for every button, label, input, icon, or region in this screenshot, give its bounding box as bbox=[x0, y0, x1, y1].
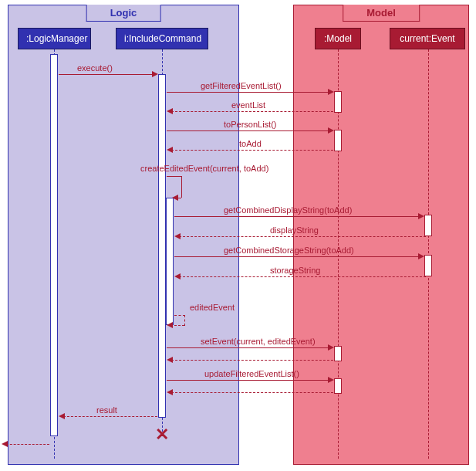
arrow-getdisplay bbox=[174, 216, 421, 217]
msg-getdisplay: getCombinedDisplayString(toAdd) bbox=[224, 205, 352, 215]
activation-lm bbox=[50, 54, 58, 436]
activation-ic bbox=[158, 74, 166, 418]
arrowhead-eventlist bbox=[167, 108, 173, 114]
arrowhead-getdisplay bbox=[418, 213, 424, 219]
msg-editedevent: editedEvent bbox=[190, 303, 235, 312]
msg-getfiltered: getFilteredEventList() bbox=[201, 81, 282, 90]
msg-topersonlist: toPersonList() bbox=[224, 120, 276, 129]
arrow-execute bbox=[59, 74, 153, 75]
selfret-side bbox=[184, 315, 185, 326]
arrowhead-displaystring bbox=[174, 233, 181, 239]
arrow-setevent bbox=[167, 347, 329, 348]
arrow-getstorage bbox=[174, 256, 421, 257]
activation-md-3 bbox=[334, 346, 342, 361]
arrow-displaystring bbox=[179, 236, 426, 237]
destroy-icon: ✕ bbox=[155, 425, 169, 445]
participant-logic-manager: :LogicManager bbox=[18, 28, 91, 49]
activation-md-2 bbox=[334, 130, 342, 151]
group-logic-label: Logic bbox=[86, 5, 161, 22]
arrow-updatefiltered bbox=[167, 380, 329, 381]
selfret-arrowhead bbox=[167, 322, 173, 328]
arrowhead-storagestring bbox=[174, 273, 181, 280]
participant-model: :Model bbox=[315, 28, 361, 49]
msg-getstorage: getCombinedStorageString(toAdd) bbox=[224, 246, 354, 255]
msg-execute: execute() bbox=[77, 63, 113, 73]
activation-md-4 bbox=[334, 378, 342, 394]
activation-ev-1 bbox=[424, 215, 432, 236]
arrowhead-toadd bbox=[167, 147, 173, 153]
arrow-storagestring bbox=[179, 276, 426, 277]
participant-event: current:Event bbox=[390, 28, 465, 49]
msg-result: result bbox=[96, 405, 117, 415]
activation-ic-nested bbox=[166, 198, 174, 325]
participant-include-command: i:IncludeCommand bbox=[116, 28, 208, 49]
group-model-label: Model bbox=[343, 5, 420, 22]
msg-setevent: setEvent(current, editedEvent) bbox=[201, 337, 316, 346]
arrow-result bbox=[63, 416, 157, 417]
arrow-toadd bbox=[171, 150, 333, 151]
arrow-getfiltered bbox=[167, 92, 329, 93]
arrowhead-external bbox=[2, 441, 8, 447]
arrowhead-setevent-ret bbox=[167, 357, 173, 363]
arrowhead-getfiltered bbox=[328, 89, 334, 95]
msg-displaystring: displayString bbox=[270, 225, 319, 235]
arrowhead-result bbox=[59, 413, 65, 419]
selfret-top bbox=[174, 315, 185, 316]
arrow-setevent-ret bbox=[171, 360, 333, 361]
arrowhead-updatefiltered-ret bbox=[167, 389, 173, 395]
arrow-topersonlist bbox=[167, 130, 329, 131]
msg-storagestring: storageString bbox=[270, 266, 320, 275]
arrow-eventlist bbox=[171, 111, 333, 112]
msg-toadd: toAdd bbox=[239, 139, 262, 148]
msg-createedited: createEditedEvent(current, toAdd) bbox=[140, 164, 268, 173]
arrow-updatefiltered-ret bbox=[171, 392, 333, 393]
arrowhead-setevent bbox=[328, 344, 334, 351]
group-model: Model bbox=[293, 5, 469, 465]
msg-eventlist: eventList bbox=[231, 100, 265, 110]
self-top bbox=[167, 176, 182, 177]
self-arrowhead bbox=[172, 195, 178, 201]
sequence-diagram: Logic Model :LogicManager i:IncludeComma… bbox=[0, 0, 476, 471]
msg-updatefiltered: updateFilteredEventList() bbox=[204, 369, 299, 378]
arrowhead-topersonlist bbox=[328, 127, 334, 134]
arrowhead-updatefiltered bbox=[328, 377, 334, 383]
arrowhead-execute bbox=[152, 71, 158, 77]
activation-md-1 bbox=[334, 91, 342, 113]
lifeline-ev bbox=[428, 49, 429, 459]
activation-ev-2 bbox=[424, 255, 432, 276]
self-side bbox=[181, 176, 182, 198]
arrow-external bbox=[6, 444, 49, 445]
arrowhead-getstorage bbox=[418, 253, 424, 259]
